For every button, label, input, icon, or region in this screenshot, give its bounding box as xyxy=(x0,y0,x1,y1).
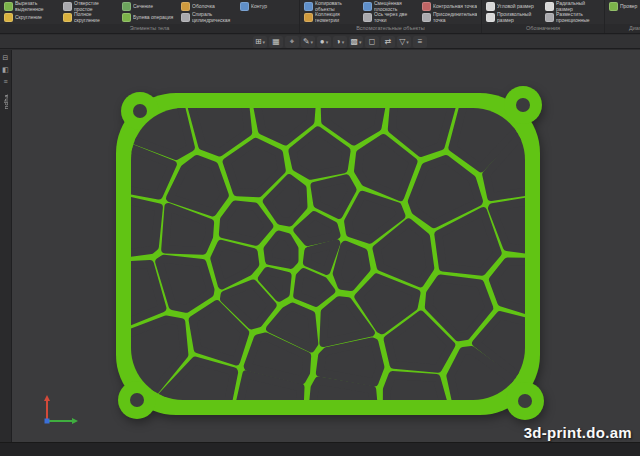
filter-funnel-button[interactable]: ▽▾ xyxy=(397,36,411,48)
ribbon-column: Контур xyxy=(238,1,297,24)
ribbon-group-items: Провер xyxy=(605,0,640,24)
ribbon-button-label: Оболочка xyxy=(192,4,236,9)
ribbon-button-label: Булева операция xyxy=(133,15,177,20)
fillet-icon xyxy=(4,13,13,22)
system-view-menu-icon: ⊞ xyxy=(255,37,262,46)
layers-panel-icon[interactable]: ◧ xyxy=(1,65,10,74)
ribbon-group-items: Угловой размерПроизвольный размерРадиаль… xyxy=(482,0,604,24)
ribbon-button-axis-two-points[interactable]: Ось через две точки xyxy=(361,12,420,23)
ribbon-button-contour[interactable]: Контур xyxy=(238,1,297,12)
ribbon-button-label: Вырезать выделенное xyxy=(15,1,59,11)
ribbon-button-label: Коллекция геометрии xyxy=(315,12,359,22)
ribbon-button-helix-cylindrical[interactable]: Спираль цилиндрическая xyxy=(179,12,238,23)
corner-screw-hole xyxy=(133,104,147,118)
ribbon-button-connection-point[interactable]: Присоединительная точка xyxy=(420,12,479,23)
ribbon-button-boolean-operation[interactable]: Булева операция xyxy=(120,12,179,23)
ribbon-button-section[interactable]: Сечение xyxy=(120,1,179,12)
shading-mode-button[interactable]: ◑▾ xyxy=(333,36,347,48)
render-grid-button[interactable]: ▩▾ xyxy=(349,36,363,48)
model-canvas xyxy=(12,50,640,442)
ribbon-button-radial-dimension[interactable]: Радиальный размер xyxy=(543,1,602,12)
selection-frame-icon: ◻ xyxy=(369,37,376,46)
ribbon-button-shell[interactable]: Оболочка xyxy=(179,1,238,12)
contour-icon xyxy=(240,2,249,11)
ribbon-button-copy-objects[interactable]: Копировать объекты xyxy=(302,1,361,12)
ribbon-group-caption: Диагн xyxy=(605,24,640,33)
ribbon-button-label: Спираль цилиндрическая xyxy=(192,12,236,22)
tree-panel-icon[interactable]: ⊟ xyxy=(1,53,10,62)
more-options-button[interactable]: ≡ xyxy=(413,36,427,48)
check-diagnostics-icon xyxy=(609,2,618,11)
ribbon-button-full-fillet[interactable]: Полное скругление xyxy=(61,12,120,23)
ribbon-column: Провер xyxy=(607,1,640,24)
ribbon-group-items: Вырезать выделенноеСкруглениеОтверстие п… xyxy=(0,0,299,24)
ribbon-button-label: Угловой размер xyxy=(497,4,541,9)
corner-screw-hole xyxy=(516,98,530,112)
ribbon-group-items: Копировать объектыКоллекция геометрииСме… xyxy=(300,0,481,24)
full-fillet-icon xyxy=(63,13,72,22)
viewport-3d[interactable]: 3d-print.do.am xyxy=(12,50,640,442)
ribbon-button-hole-simple[interactable]: Отверстие простое xyxy=(61,1,120,12)
ribbon-button-label: Сечение xyxy=(133,4,177,9)
voronoi-cell xyxy=(268,235,295,265)
ribbon-button-cut-extrude[interactable]: Вырезать выделенное xyxy=(2,1,61,12)
ribbon-button-label: Смещённая плоскость xyxy=(374,1,418,11)
boolean-operation-icon xyxy=(122,13,131,22)
arbitrary-dimension-icon xyxy=(486,13,495,22)
axis-gizmo xyxy=(38,392,80,430)
system-view-menu-button[interactable]: ⊞▾ xyxy=(253,36,267,48)
params-panel-icon[interactable]: ≡ xyxy=(1,77,10,86)
ribbon-button-label: Отверстие простое xyxy=(74,1,118,11)
ribbon-button-label: Провер xyxy=(620,4,640,9)
corner-screw-hole xyxy=(518,394,532,408)
axis-two-points-icon xyxy=(363,13,372,22)
chevron-down-icon: ▾ xyxy=(263,39,266,45)
ribbon-column: Копировать объектыКоллекция геометрии xyxy=(302,1,361,24)
angular-dimension-icon xyxy=(486,2,495,11)
cut-extrude-icon xyxy=(4,2,13,11)
ribbon-column: Вырезать выделенноеСкругление xyxy=(2,1,61,24)
render-grid-icon: ▩ xyxy=(350,37,358,46)
ribbon-button-offset-plane[interactable]: Смещённая плоскость xyxy=(361,1,420,12)
shading-mode-icon: ◑ xyxy=(336,37,341,46)
corner-screw-hole xyxy=(130,393,144,407)
display-grid-icon: ▦ xyxy=(272,37,280,46)
ribbon-button-projection-views[interactable]: Разместить проекционные виды xyxy=(543,12,602,23)
sketch-pen-button[interactable]: ✎▾ xyxy=(301,36,315,48)
ribbon-column: ОболочкаСпираль цилиндрическая xyxy=(179,1,238,24)
copy-objects-icon xyxy=(304,2,313,11)
ribbon-column: Угловой размерПроизвольный размер xyxy=(484,1,543,24)
selection-frame-button[interactable]: ◻ xyxy=(365,36,379,48)
hole-simple-icon xyxy=(63,2,72,11)
radial-dimension-icon xyxy=(545,2,554,11)
ribbon-button-arbitrary-dimension[interactable]: Произвольный размер xyxy=(484,12,543,23)
ribbon-button-geometry-collection[interactable]: Коллекция геометрии xyxy=(302,12,361,23)
orientation-target-button[interactable]: ⌖ xyxy=(285,36,299,48)
ribbon-group: ПроверДиагн xyxy=(605,0,640,33)
ribbon-button-control-point[interactable]: Контрольная точка xyxy=(420,1,479,12)
control-point-icon xyxy=(422,2,431,11)
chevron-down-icon: ▾ xyxy=(406,39,409,45)
voronoi-cell xyxy=(223,205,269,242)
status-bar xyxy=(0,442,640,456)
left-panel-tab[interactable]: ndha xyxy=(3,94,9,109)
voronoi-cell xyxy=(320,341,381,382)
display-grid-button[interactable]: ▦ xyxy=(269,36,283,48)
ribbon-column: Радиальный размерРазместить проекционные… xyxy=(543,1,602,24)
ribbon-button-angular-dimension[interactable]: Угловой размер xyxy=(484,1,543,12)
viewport-toolbar: ⊞▾▦⌖✎▾●▾◑▾▩▾◻⇄▽▾≡ xyxy=(0,35,640,49)
ribbon-button-label: Присоединительная точка xyxy=(433,12,477,22)
ribbon-column: СечениеБулева операция xyxy=(120,1,179,24)
more-options-icon: ≡ xyxy=(418,37,423,46)
ribbon-button-fillet[interactable]: Скругление xyxy=(2,12,61,23)
ribbon-button-label: Копировать объекты xyxy=(315,1,359,11)
appearance-sphere-button[interactable]: ●▾ xyxy=(317,36,331,48)
ribbon-group: Копировать объектыКоллекция геометрииСме… xyxy=(300,0,482,33)
axis-z-dot xyxy=(45,419,50,424)
reorder-arrows-button[interactable]: ⇄ xyxy=(381,36,395,48)
ribbon-button-label: Произвольный размер xyxy=(497,12,541,22)
ribbon-button-label: Скругление xyxy=(15,15,59,20)
ribbon-button-check-diagnostics[interactable]: Провер xyxy=(607,1,640,12)
fan-grill-model[interactable] xyxy=(116,86,544,420)
chevron-down-icon: ▾ xyxy=(326,39,329,45)
